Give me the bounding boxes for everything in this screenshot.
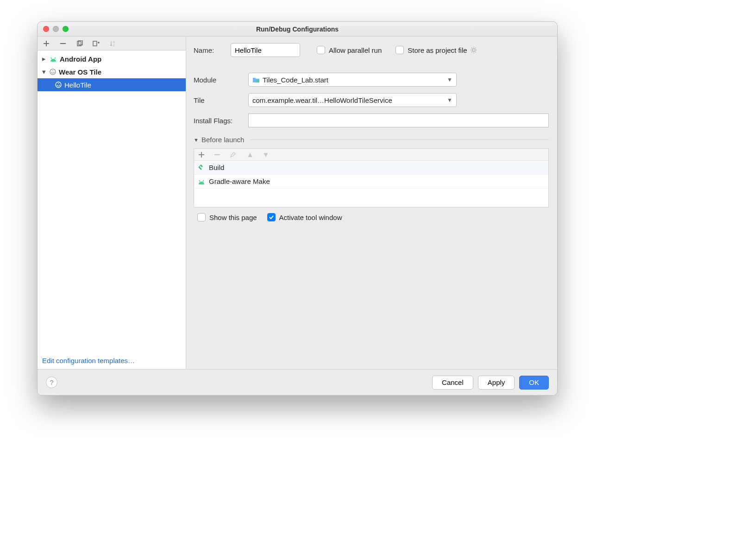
- show-this-page-label: Show this page: [209, 214, 257, 221]
- section-collapse-icon[interactable]: ▼: [194, 137, 199, 143]
- zoom-window-button[interactable]: [63, 26, 69, 32]
- svg-rect-9: [257, 80, 259, 82]
- ok-button[interactable]: OK: [519, 376, 549, 390]
- minimize-window-button[interactable]: [53, 26, 59, 32]
- save-config-button[interactable]: [92, 39, 100, 48]
- svg-point-4: [50, 69, 56, 75]
- dialog-window: Run/Debug Configurations az: [37, 21, 558, 396]
- config-tree[interactable]: ▸ Android App ▾ Wear OS Tile: [38, 50, 186, 353]
- edit-templates-link[interactable]: Edit configuration templates…: [42, 357, 135, 365]
- tree-group-label: Wear OS Tile: [59, 68, 101, 76]
- module-combo[interactable]: Tiles_Code_Lab.start ▼: [248, 73, 457, 87]
- svg-point-5: [52, 70, 53, 71]
- add-config-button[interactable]: [42, 39, 50, 48]
- store-project-checkbox[interactable]: [396, 46, 404, 54]
- bl-item-gradle[interactable]: Gradle-aware Make: [194, 175, 548, 189]
- config-panel: Name: Allow parallel run Store as projec…: [186, 37, 557, 369]
- install-flags-label: Install Flags:: [194, 117, 248, 125]
- dialog-footer: ? Cancel Apply OK: [38, 369, 557, 395]
- android-icon: [198, 179, 205, 184]
- tree-item-hellotile[interactable]: HelloTile: [38, 78, 186, 91]
- wear-icon: [55, 82, 62, 88]
- before-launch-title: Before launch: [201, 136, 245, 144]
- copy-config-button[interactable]: [75, 39, 84, 48]
- svg-text:z: z: [113, 44, 115, 47]
- remove-config-button[interactable]: [59, 39, 67, 48]
- help-button[interactable]: ?: [46, 377, 57, 388]
- name-input[interactable]: [231, 43, 300, 57]
- bl-item-label: Gradle-aware Make: [209, 177, 270, 185]
- svg-point-8: [472, 49, 475, 51]
- allow-parallel-label: Allow parallel run: [329, 46, 382, 54]
- tile-combo[interactable]: com.example.wear.til…HelloWorldTileServi…: [248, 93, 457, 107]
- bl-edit-button[interactable]: [230, 152, 239, 157]
- tile-value: com.example.wear.til…HelloWorldTileServi…: [252, 96, 392, 104]
- allow-parallel-checkbox[interactable]: [317, 46, 325, 54]
- module-label: Module: [194, 76, 248, 84]
- cancel-button[interactable]: Cancel: [432, 376, 473, 390]
- wear-icon: [50, 69, 56, 75]
- configurations-sidebar: az ▸ Android App ▾ Wear OS Tile: [38, 37, 186, 369]
- sort-config-button[interactable]: az: [109, 39, 117, 48]
- store-project-label: Store as project file: [408, 46, 467, 54]
- before-launch-section: ▼ Before launch ▲ ▼: [194, 136, 549, 221]
- activate-tool-label: Activate tool window: [279, 214, 342, 221]
- chevron-down-icon: ▼: [447, 76, 452, 83]
- tree-group-android-app[interactable]: ▸ Android App: [38, 52, 186, 65]
- gear-icon[interactable]: [470, 46, 477, 54]
- window-controls: [43, 26, 69, 32]
- chevron-down-icon: ▼: [447, 97, 452, 103]
- chevron-right-icon: ▸: [41, 55, 47, 63]
- svg-point-6: [56, 82, 61, 88]
- bl-remove-button[interactable]: [214, 152, 223, 157]
- tile-label: Tile: [194, 96, 248, 104]
- activate-tool-checkbox[interactable]: [267, 213, 276, 221]
- tree-group-label: Android App: [60, 55, 101, 63]
- svg-text:a: a: [113, 40, 115, 44]
- bl-down-button[interactable]: ▼: [262, 151, 270, 158]
- chevron-down-icon: ▾: [41, 68, 47, 76]
- window-title: Run/Debug Configurations: [38, 25, 557, 33]
- module-icon: [252, 76, 260, 83]
- before-launch-list[interactable]: Build Gradle-aware Make: [194, 161, 548, 207]
- name-label: Name:: [194, 46, 231, 54]
- tree-item-label: HelloTile: [64, 81, 91, 89]
- sidebar-toolbar: az: [38, 37, 186, 50]
- svg-point-7: [58, 83, 59, 84]
- before-launch-toolbar: ▲ ▼: [194, 149, 548, 161]
- bl-item-label: Build: [209, 164, 224, 171]
- install-flags-input[interactable]: [248, 113, 549, 127]
- close-window-button[interactable]: [43, 26, 49, 32]
- android-icon: [50, 56, 57, 62]
- show-this-page-checkbox[interactable]: [197, 213, 206, 221]
- titlebar: Run/Debug Configurations: [38, 22, 557, 37]
- tree-group-wear-tile[interactable]: ▾ Wear OS Tile: [38, 65, 186, 78]
- module-value: Tiles_Code_Lab.start: [263, 76, 328, 84]
- hammer-icon: [198, 164, 205, 171]
- bl-item-build[interactable]: Build: [194, 161, 548, 175]
- bl-add-button[interactable]: [199, 152, 207, 157]
- bl-up-button[interactable]: ▲: [246, 151, 254, 158]
- apply-button[interactable]: Apply: [478, 376, 515, 390]
